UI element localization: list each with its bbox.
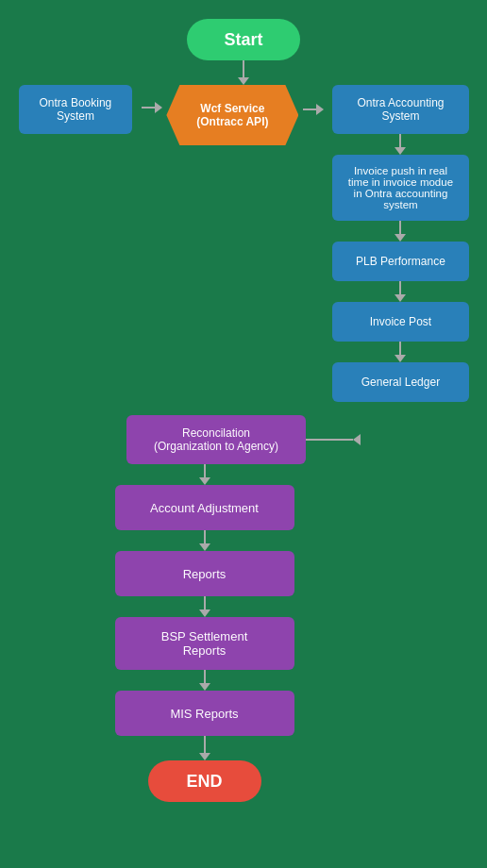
arrow-line <box>204 530 206 543</box>
arrow-line <box>204 670 206 683</box>
arrow-reconcilation-to-account <box>199 464 210 485</box>
arrow-bsp-to-mis <box>199 670 210 691</box>
arrow-mis-to-end <box>199 736 210 760</box>
reconcilation-row: Reconcilation(Organization to Agency) <box>9 402 478 464</box>
arrow-reports-to-bsp <box>199 596 210 617</box>
arrow-plb-to-invoice-post <box>395 281 406 302</box>
account-adjustment-label: Account Adjustment <box>150 501 259 515</box>
h-arrow-line <box>306 439 353 441</box>
invoice-post-label: Invoice Post <box>370 315 431 328</box>
arrow-line <box>243 60 244 77</box>
arrow-head <box>395 294 406 302</box>
arrow-wcf-to-accounting <box>303 85 324 115</box>
bsp-settlement-node: BSP SettlementReports <box>115 617 294 670</box>
plb-node: PLB Performance <box>332 242 469 281</box>
end-node: END <box>148 760 261 802</box>
general-ledger-node: General Ledger <box>332 362 469 402</box>
plb-label: PLB Performance <box>356 255 445 268</box>
h-arrow-head <box>155 102 162 113</box>
h-arrow-line <box>142 107 155 108</box>
arrow-line <box>204 596 206 609</box>
arrow-invoice-to-plb <box>395 221 406 242</box>
arrow-acc-to-invoice <box>395 134 406 155</box>
right-node-wrap: Ontra AccountingSystem Invoice push in r… <box>324 85 478 402</box>
arrow-booking-to-wcf <box>142 85 162 113</box>
reconcilation-wrap: Reconcilation(Organization to Agency) <box>126 402 306 464</box>
ontra-accounting-label: Ontra AccountingSystem <box>357 96 444 123</box>
mis-reports-label: MIS Reports <box>170 707 238 721</box>
wcf-service-label: Wcf Service(Ontracc API) <box>196 102 268 128</box>
mis-reports-node: MIS Reports <box>115 691 294 736</box>
h-arrow-head-left <box>353 434 361 445</box>
h-arrow-head2 <box>316 104 324 115</box>
arrow-account-to-reports <box>199 530 210 551</box>
left-node-wrap: Ontra BookingSystem <box>9 85 142 134</box>
middle-node-wrap: Wcf Service(Ontracc API) <box>162 85 303 145</box>
arrow-line <box>204 464 206 477</box>
arrow-head <box>395 234 406 242</box>
arrow-head <box>199 477 210 485</box>
arrow-line <box>204 736 206 753</box>
end-label: END <box>186 772 222 792</box>
arrow-head <box>199 543 210 551</box>
invoice-post-node: Invoice Post <box>332 302 469 342</box>
arrow-gl-to-reconcilation <box>306 434 361 445</box>
arrow-line <box>399 134 401 147</box>
reports-node: Reports <box>115 551 294 596</box>
start-node: Start <box>187 19 300 60</box>
invoice-push-label: Invoice push in realtime in invoice modu… <box>348 165 453 210</box>
arrow-head <box>199 609 210 617</box>
invoice-push-node: Invoice push in realtime in invoice modu… <box>332 155 469 221</box>
arrow-head <box>395 355 406 362</box>
ontra-booking-node: Ontra BookingSystem <box>19 85 132 134</box>
flowchart: Start Ontra BookingSystem Wcf Service(On… <box>0 0 487 868</box>
ontra-accounting-node: Ontra AccountingSystem <box>332 85 469 134</box>
arrow-head <box>395 147 406 155</box>
arrow-head <box>199 683 210 691</box>
reports-label: Reports <box>183 567 227 581</box>
arrow-line <box>399 281 401 294</box>
general-ledger-label: General Ledger <box>361 376 440 389</box>
arrow-line <box>399 342 401 355</box>
arrow-head <box>199 753 210 760</box>
top-branch-row: Ontra BookingSystem Wcf Service(Ontracc … <box>9 85 478 402</box>
h-arrow-line2 <box>303 108 316 110</box>
arrow-invoice-post-to-gl <box>395 342 406 362</box>
account-adjustment-node: Account Adjustment <box>115 485 294 530</box>
bsp-settlement-label: BSP SettlementReports <box>161 629 248 658</box>
reconcilation-node: Reconcilation(Organization to Agency) <box>126 415 306 464</box>
reconcilation-label: Reconcilation(Organization to Agency) <box>154 426 278 453</box>
ontra-booking-label: Ontra BookingSystem <box>40 96 112 123</box>
arrow-line <box>399 221 401 234</box>
start-label: Start <box>224 30 262 50</box>
wcf-service-node: Wcf Service(Ontracc API) <box>166 85 298 145</box>
arrow-head <box>238 77 249 85</box>
arrow-start-to-row <box>238 60 249 85</box>
